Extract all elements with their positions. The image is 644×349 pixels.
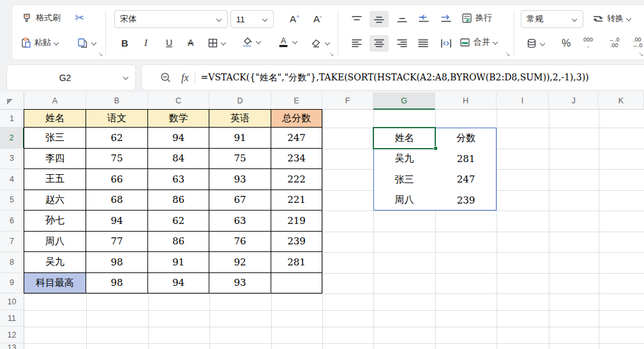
column-header-D[interactable]: D bbox=[209, 93, 271, 110]
increase-indent-button[interactable] bbox=[437, 11, 455, 27]
table-cell[interactable]: 科目最高 bbox=[24, 273, 86, 294]
alignment-dialog-launcher[interactable]: ↘ bbox=[505, 51, 510, 57]
select-all-corner[interactable] bbox=[0, 93, 24, 110]
paste-dropdown-icon[interactable] bbox=[54, 40, 59, 46]
decrease-decimal-button[interactable]: .00→.0 bbox=[630, 34, 644, 51]
table-cell[interactable] bbox=[271, 273, 322, 294]
table-cell[interactable]: 76 bbox=[209, 232, 271, 253]
table-cell[interactable]: 222 bbox=[271, 169, 322, 190]
table-cell[interactable]: 62 bbox=[148, 211, 209, 232]
column-header-F[interactable]: F bbox=[322, 93, 373, 110]
table-cell[interactable]: 94 bbox=[148, 273, 209, 294]
font-size-select[interactable]: 11 bbox=[230, 10, 274, 28]
table-cell[interactable]: 张三 bbox=[24, 128, 86, 149]
table-cell[interactable]: 219 bbox=[271, 211, 322, 232]
table-cell[interactable]: 63 bbox=[209, 211, 271, 232]
table-cell[interactable]: 63 bbox=[148, 169, 209, 190]
row-header-13[interactable]: 13 bbox=[0, 343, 24, 349]
align-top-button[interactable] bbox=[348, 11, 365, 27]
table-cell[interactable]: 93 bbox=[209, 273, 271, 294]
convert-button[interactable]: 转换 bbox=[590, 10, 634, 27]
copy-dropdown-icon[interactable] bbox=[91, 40, 97, 46]
borders-button[interactable] bbox=[206, 34, 228, 51]
table-cell[interactable]: 91 bbox=[148, 252, 209, 273]
table-header-cell[interactable]: 英语 bbox=[209, 110, 271, 128]
spill-cell[interactable]: 281 bbox=[435, 149, 497, 170]
percent-format-button[interactable]: % bbox=[560, 35, 573, 52]
table-cell[interactable]: 234 bbox=[271, 149, 322, 170]
cut-button[interactable]: ✂ bbox=[73, 10, 86, 26]
copy-button[interactable] bbox=[75, 34, 99, 51]
currency-dropdown-icon[interactable] bbox=[540, 41, 546, 47]
spill-cell[interactable]: 247 bbox=[435, 169, 497, 190]
table-cell[interactable]: 98 bbox=[86, 273, 148, 294]
table-cell[interactable]: 98 bbox=[86, 252, 148, 273]
align-center-button[interactable] bbox=[370, 35, 389, 52]
column-header-J[interactable]: J bbox=[549, 93, 599, 110]
zoom-out-icon[interactable] bbox=[160, 71, 172, 84]
currency-format-button[interactable] bbox=[524, 35, 548, 52]
column-header-H[interactable]: H bbox=[435, 93, 497, 110]
row-header-3[interactable]: 3 bbox=[0, 149, 24, 170]
thousands-separator-button[interactable]: 000， bbox=[581, 34, 595, 51]
table-cell[interactable]: 62 bbox=[86, 128, 148, 149]
spill-header-cell[interactable]: 姓名 bbox=[373, 128, 435, 149]
font-color-dropdown-icon[interactable] bbox=[292, 39, 298, 45]
table-cell[interactable]: 李四 bbox=[24, 149, 86, 170]
table-cell[interactable]: 75 bbox=[209, 149, 271, 170]
number-dialog-launcher[interactable]: ↘ bbox=[638, 51, 643, 57]
column-header-A[interactable]: A bbox=[24, 93, 86, 110]
distributed-align-button[interactable] bbox=[437, 35, 455, 52]
wrap-text-button[interactable]: 换行 bbox=[459, 10, 494, 26]
spill-cell[interactable]: 张三 bbox=[373, 169, 435, 190]
format-painter-button[interactable]: 格式刷 bbox=[20, 10, 63, 26]
table-header-cell[interactable]: 姓名 bbox=[24, 110, 86, 128]
table-cell[interactable]: 86 bbox=[148, 190, 209, 211]
font-name-select[interactable]: 宋体 bbox=[114, 10, 228, 28]
fill-color-button[interactable] bbox=[239, 33, 264, 50]
underline-button[interactable]: U bbox=[164, 34, 174, 51]
spill-cell[interactable]: 吴九 bbox=[373, 149, 435, 170]
fill-color-dropdown-icon[interactable] bbox=[256, 39, 262, 45]
column-header-B[interactable]: B bbox=[86, 93, 148, 110]
table-cell[interactable]: 92 bbox=[209, 252, 271, 273]
row-header-4[interactable]: 4 bbox=[0, 169, 24, 190]
table-cell[interactable]: 66 bbox=[86, 169, 148, 190]
decrease-font-button[interactable]: A- bbox=[311, 10, 324, 27]
row-header-6[interactable]: 6 bbox=[0, 211, 24, 232]
table-cell[interactable]: 94 bbox=[86, 211, 148, 232]
spill-cell[interactable]: 239 bbox=[435, 190, 497, 211]
spill-cell[interactable]: 周八 bbox=[373, 190, 435, 211]
align-right-button[interactable] bbox=[394, 35, 410, 52]
borders-dropdown-icon[interactable] bbox=[221, 40, 227, 46]
table-cell[interactable]: 吴九 bbox=[24, 252, 86, 273]
align-bottom-button[interactable] bbox=[394, 11, 410, 27]
fx-icon[interactable]: fx bbox=[181, 72, 189, 84]
name-box-chevron-icon[interactable] bbox=[123, 75, 129, 80]
column-header-K[interactable]: K bbox=[599, 93, 644, 110]
strikethrough-button[interactable]: A bbox=[186, 34, 195, 51]
convert-dropdown-icon[interactable] bbox=[626, 16, 632, 22]
row-header-2[interactable]: 2 bbox=[0, 128, 24, 149]
name-box[interactable]: G2 bbox=[6, 64, 136, 91]
column-header-G[interactable]: G bbox=[373, 93, 435, 110]
row-header-12[interactable]: 12 bbox=[0, 327, 24, 343]
formula-text[interactable]: =VSTACK({"姓名","分数"},TAKE(SORT(HSTACK(A2:… bbox=[201, 72, 589, 84]
table-cell[interactable]: 周八 bbox=[24, 232, 86, 253]
row-header-10[interactable]: 10 bbox=[0, 293, 24, 310]
increase-decimal-button[interactable]: ←.0.00 bbox=[607, 34, 622, 51]
decrease-indent-button[interactable] bbox=[415, 11, 433, 27]
merge-dropdown-icon[interactable] bbox=[493, 40, 498, 45]
table-cell[interactable]: 281 bbox=[271, 252, 322, 273]
table-cell[interactable]: 84 bbox=[148, 149, 209, 170]
font-color-button[interactable]: A bbox=[275, 33, 300, 50]
table-cell[interactable]: 75 bbox=[86, 149, 148, 170]
font-dialog-launcher[interactable]: ↘ bbox=[329, 51, 334, 57]
table-cell[interactable]: 67 bbox=[209, 190, 271, 211]
clear-format-dropdown-icon[interactable] bbox=[325, 40, 331, 46]
row-header-1[interactable]: 1 bbox=[0, 110, 24, 128]
row-header-9[interactable]: 9 bbox=[0, 273, 24, 294]
table-header-cell[interactable]: 总分数 bbox=[271, 110, 322, 128]
row-header-8[interactable]: 8 bbox=[0, 252, 24, 273]
table-cell[interactable]: 94 bbox=[148, 128, 209, 149]
